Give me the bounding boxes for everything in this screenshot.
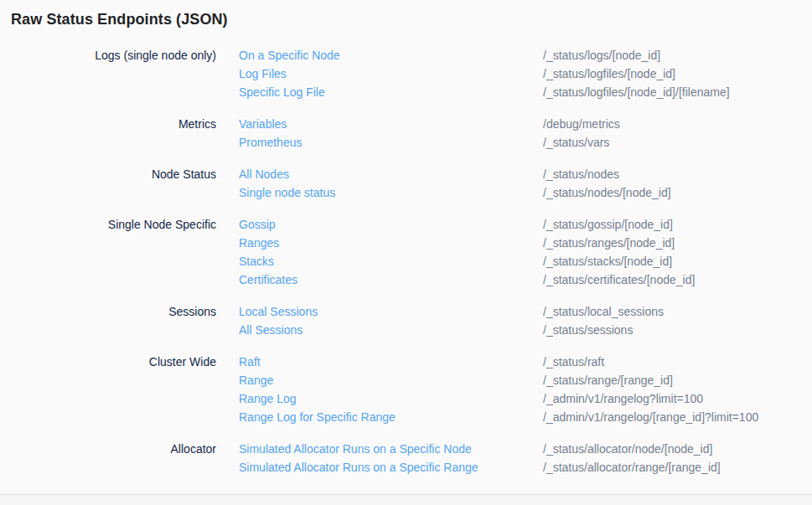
endpoint-link[interactable]: Simulated Allocator Runs on a Specific N…: [239, 440, 543, 458]
category-label: Allocator: [11, 440, 216, 477]
links-column: Raft Range Range Log Range Log for Speci…: [216, 353, 543, 426]
endpoint-link[interactable]: Certificates: [239, 271, 543, 289]
endpoint-link[interactable]: On a Specific Node: [239, 46, 543, 64]
endpoint-link[interactable]: All Nodes: [239, 165, 543, 183]
paths-column: /_status/local_sessions /_status/session…: [543, 302, 812, 339]
category-label: Single Node Specific: [11, 215, 216, 289]
category-label: Sessions: [11, 302, 216, 339]
group-logs: Logs (single node only) On a Specific No…: [11, 46, 812, 101]
endpoint-path: /_status/logs/[node_id]: [543, 46, 812, 64]
links-column: Variables Prometheus: [216, 115, 543, 152]
group-single-node-specific: Single Node Specific Gossip Ranges Stack…: [11, 215, 812, 289]
group-metrics: Metrics Variables Prometheus /debug/metr…: [11, 115, 812, 152]
endpoint-link[interactable]: Gossip: [239, 215, 543, 234]
endpoint-link[interactable]: Log Files: [239, 64, 543, 83]
endpoint-path: /_status/range/[range_id]: [543, 371, 812, 389]
raw-status-endpoints-section: Raw Status Endpoints (JSON) Logs (single…: [0, 0, 812, 494]
endpoint-link[interactable]: Range Log for Specific Range: [239, 408, 543, 426]
endpoint-link[interactable]: Variables: [239, 115, 543, 133]
page-title: Raw Status Endpoints (JSON): [11, 11, 812, 28]
group-node-status: Node Status All Nodes Single node status…: [11, 165, 812, 202]
endpoint-path: /_status/ranges/[node_id]: [543, 234, 812, 252]
endpoint-link[interactable]: Raft: [239, 353, 543, 371]
endpoint-path: /_status/certificates/[node_id]: [543, 271, 812, 289]
footer-divider: [0, 494, 812, 505]
endpoint-link[interactable]: Specific Log File: [239, 83, 543, 101]
category-label: Node Status: [11, 165, 216, 202]
paths-column: /debug/metrics /_status/vars: [543, 115, 812, 152]
endpoint-path: /_status/logfiles/[node_id]/[filename]: [543, 83, 812, 101]
category-label: Cluster Wide: [11, 353, 216, 426]
paths-column: /_status/allocator/node/[node_id] /_stat…: [543, 440, 812, 477]
endpoint-path: /_admin/v1/rangelog/[range_id]?limit=100: [543, 408, 812, 426]
links-column: Simulated Allocator Runs on a Specific N…: [216, 440, 543, 477]
endpoint-link[interactable]: Ranges: [239, 234, 543, 252]
group-cluster-wide: Cluster Wide Raft Range Range Log Range …: [11, 353, 812, 426]
endpoint-path: /_status/allocator/range/[range_id]: [543, 458, 812, 477]
endpoint-link[interactable]: Simulated Allocator Runs on a Specific R…: [239, 458, 543, 477]
endpoint-link[interactable]: All Sessions: [239, 321, 543, 339]
links-column: On a Specific Node Log Files Specific Lo…: [216, 46, 543, 101]
endpoint-path: /_status/gossip/[node_id]: [543, 215, 812, 234]
group-allocator: Allocator Simulated Allocator Runs on a …: [11, 440, 812, 477]
links-column: Gossip Ranges Stacks Certificates: [216, 215, 543, 289]
group-sessions: Sessions Local Sessions All Sessions /_s…: [11, 302, 812, 339]
links-column: Local Sessions All Sessions: [216, 302, 543, 339]
endpoint-path: /_status/logfiles/[node_id]: [543, 64, 812, 83]
endpoint-groups: Logs (single node only) On a Specific No…: [11, 46, 812, 477]
endpoint-link[interactable]: Range: [239, 371, 543, 389]
category-label: Metrics: [11, 115, 216, 152]
endpoint-path: /debug/metrics: [543, 115, 812, 133]
endpoint-path: /_status/nodes/[node_id]: [543, 183, 812, 202]
paths-column: /_status/raft /_status/range/[range_id] …: [543, 353, 812, 426]
endpoint-path: /_status/sessions: [543, 321, 812, 339]
endpoint-path: /_status/allocator/node/[node_id]: [543, 440, 812, 458]
endpoint-link[interactable]: Stacks: [239, 252, 543, 271]
endpoint-path: /_status/nodes: [543, 165, 812, 183]
endpoint-path: /_admin/v1/rangelog?limit=100: [543, 389, 812, 408]
category-label: Logs (single node only): [11, 46, 216, 101]
paths-column: /_status/gossip/[node_id] /_status/range…: [543, 215, 812, 289]
endpoint-link[interactable]: Single node status: [239, 183, 543, 202]
endpoint-path: /_status/raft: [543, 353, 812, 371]
paths-column: /_status/logs/[node_id] /_status/logfile…: [543, 46, 812, 101]
links-column: All Nodes Single node status: [216, 165, 543, 202]
endpoint-link[interactable]: Prometheus: [239, 133, 543, 152]
endpoint-link[interactable]: Local Sessions: [239, 302, 543, 321]
paths-column: /_status/nodes /_status/nodes/[node_id]: [543, 165, 812, 202]
endpoint-path: /_status/vars: [543, 133, 812, 152]
endpoint-link[interactable]: Range Log: [239, 389, 543, 408]
endpoint-path: /_status/stacks/[node_id]: [543, 252, 812, 271]
endpoint-path: /_status/local_sessions: [543, 302, 812, 321]
